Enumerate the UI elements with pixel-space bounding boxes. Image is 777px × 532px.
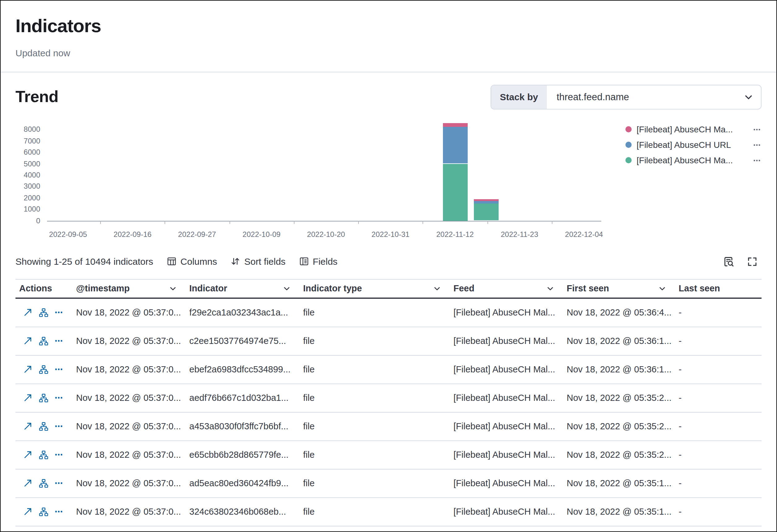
expand-row-button[interactable] xyxy=(23,365,32,374)
more-actions-button[interactable] xyxy=(55,423,63,430)
cell-first-seen[interactable]: Nov 18, 2022 @ 05:36:1... xyxy=(563,336,675,346)
cell-feed[interactable]: [Filebeat] AbuseCH Mal... xyxy=(450,450,563,460)
cell-indicator-type[interactable]: file xyxy=(300,450,450,460)
legend-actions-button[interactable] xyxy=(754,157,768,164)
more-actions-button[interactable] xyxy=(55,451,63,458)
investigate-in-timeline-button[interactable] xyxy=(39,450,48,459)
cell-timestamp[interactable]: Nov 18, 2022 @ 05:37:0... xyxy=(72,364,186,374)
cell-indicator[interactable]: ebef2a6983dfcc534899... xyxy=(186,364,300,374)
investigate-in-timeline-button[interactable] xyxy=(39,308,48,317)
cell-timestamp[interactable]: Nov 18, 2022 @ 05:37:0... xyxy=(72,307,186,317)
cell-indicator[interactable]: e65cbb6b28d865779fe... xyxy=(186,450,300,460)
cell-indicator-type[interactable]: file xyxy=(300,364,450,374)
more-actions-button[interactable] xyxy=(55,309,63,316)
cell-indicator[interactable]: a453a8030f0f3ffc7b6bf... xyxy=(186,421,300,431)
cell-timestamp[interactable]: Nov 18, 2022 @ 05:37:0... xyxy=(72,450,186,460)
investigate-in-timeline-button[interactable] xyxy=(39,393,48,402)
legend-item[interactable]: [Filebeat] AbuseCH URL xyxy=(626,137,768,152)
cell-first-seen[interactable]: Nov 18, 2022 @ 05:36:1... xyxy=(563,364,675,374)
bar-segment[interactable] xyxy=(443,126,467,164)
investigate-in-timeline-button[interactable] xyxy=(39,336,48,345)
bar-segment[interactable] xyxy=(443,123,467,126)
investigate-in-timeline-button[interactable] xyxy=(39,365,48,374)
more-actions-button[interactable] xyxy=(55,508,63,515)
cell-last-seen[interactable]: - xyxy=(675,393,762,403)
column-header-indicator[interactable]: Indicator xyxy=(186,279,300,297)
expand-row-button[interactable] xyxy=(23,507,32,516)
cell-first-seen[interactable]: Nov 18, 2022 @ 05:35:2... xyxy=(563,450,675,460)
legend-item[interactable]: [Filebeat] AbuseCH Ma... xyxy=(626,152,768,168)
more-actions-button[interactable] xyxy=(55,365,63,373)
legend-actions-button[interactable] xyxy=(754,141,768,148)
cell-indicator-type[interactable]: file xyxy=(300,478,450,488)
column-menu-chevron-icon[interactable] xyxy=(433,284,441,292)
cell-indicator-type[interactable]: file xyxy=(300,336,450,346)
cell-indicator[interactable]: c2ee15037764974e75... xyxy=(186,336,300,346)
cell-last-seen[interactable]: - xyxy=(675,478,762,488)
columns-button[interactable]: Columns xyxy=(167,256,217,267)
column-header-timestamp[interactable]: @timestamp xyxy=(72,279,186,297)
cell-feed[interactable]: [Filebeat] AbuseCH Mal... xyxy=(450,307,563,317)
cell-last-seen[interactable]: - xyxy=(675,421,762,431)
cell-timestamp[interactable]: Nov 18, 2022 @ 05:37:0... xyxy=(72,478,186,488)
expand-row-button[interactable] xyxy=(23,308,32,317)
cell-indicator-type[interactable]: file xyxy=(300,507,450,517)
cell-last-seen[interactable]: - xyxy=(675,307,762,317)
column-menu-chevron-icon[interactable] xyxy=(658,284,666,292)
expand-row-button[interactable] xyxy=(23,336,32,345)
cell-first-seen[interactable]: Nov 18, 2022 @ 05:36:4... xyxy=(563,307,675,317)
fields-button[interactable]: Fields xyxy=(299,256,337,267)
cell-timestamp[interactable]: Nov 18, 2022 @ 05:37:0... xyxy=(72,421,186,431)
column-header-indicator-type[interactable]: Indicator type xyxy=(300,279,450,297)
bar-segment[interactable] xyxy=(473,199,498,201)
cell-timestamp[interactable]: Nov 18, 2022 @ 05:37:0... xyxy=(72,393,186,403)
cell-feed[interactable]: [Filebeat] AbuseCH Mal... xyxy=(450,336,563,346)
cell-last-seen[interactable]: - xyxy=(675,336,762,346)
investigate-in-timeline-button[interactable] xyxy=(39,422,48,431)
cell-indicator[interactable]: aedf76b667c1d032ba1... xyxy=(186,393,300,403)
investigate-in-timeline-button[interactable] xyxy=(39,507,48,516)
cell-indicator-type[interactable]: file xyxy=(300,421,450,431)
cell-first-seen[interactable]: Nov 18, 2022 @ 05:35:2... xyxy=(563,421,675,431)
cell-feed[interactable]: [Filebeat] AbuseCH Mal... xyxy=(450,364,563,374)
column-menu-chevron-icon[interactable] xyxy=(546,284,554,292)
cell-last-seen[interactable]: - xyxy=(675,450,762,460)
more-actions-button[interactable] xyxy=(55,480,63,487)
fullscreen-button[interactable] xyxy=(743,252,762,271)
cell-first-seen[interactable]: Nov 18, 2022 @ 05:35:1... xyxy=(563,507,675,517)
column-menu-chevron-icon[interactable] xyxy=(283,284,291,292)
cell-feed[interactable]: [Filebeat] AbuseCH Mal... xyxy=(450,393,563,403)
sort-fields-button[interactable]: Sort fields xyxy=(231,256,286,267)
expand-row-button[interactable] xyxy=(23,450,32,459)
cell-indicator[interactable]: ad5eac80ed360424fb9... xyxy=(186,478,300,488)
cell-last-seen[interactable]: - xyxy=(675,364,762,374)
legend-actions-button[interactable] xyxy=(754,126,768,133)
cell-feed[interactable]: [Filebeat] AbuseCH Mal... xyxy=(450,507,563,517)
investigate-in-timeline-button[interactable] xyxy=(39,478,48,488)
bar-segment[interactable] xyxy=(473,204,498,221)
cell-feed[interactable]: [Filebeat] AbuseCH Mal... xyxy=(450,421,563,431)
cell-indicator-type[interactable]: file xyxy=(300,307,450,317)
cell-timestamp[interactable]: Nov 18, 2022 @ 05:37:0... xyxy=(72,507,186,517)
expand-row-button[interactable] xyxy=(23,394,32,402)
column-header-feed[interactable]: Feed xyxy=(450,279,563,297)
column-header-first-seen[interactable]: First seen xyxy=(563,279,675,297)
cell-first-seen[interactable]: Nov 18, 2022 @ 05:35:2... xyxy=(563,393,675,403)
column-menu-chevron-icon[interactable] xyxy=(169,284,177,292)
more-actions-button[interactable] xyxy=(55,394,63,402)
stack-by-select[interactable]: threat.feed.name xyxy=(547,85,761,109)
bar-segment[interactable] xyxy=(443,164,467,221)
inspect-button[interactable] xyxy=(719,252,738,271)
cell-feed[interactable]: [Filebeat] AbuseCH Mal... xyxy=(450,478,563,488)
cell-timestamp[interactable]: Nov 18, 2022 @ 05:37:0... xyxy=(72,336,186,346)
bar-segment[interactable] xyxy=(473,201,498,203)
cell-indicator[interactable]: f29e2ca1a032343ac1a... xyxy=(186,307,300,317)
cell-last-seen[interactable]: - xyxy=(675,507,762,517)
cell-indicator-type[interactable]: file xyxy=(300,393,450,403)
expand-row-button[interactable] xyxy=(23,479,32,488)
cell-first-seen[interactable]: Nov 18, 2022 @ 05:35:1... xyxy=(563,478,675,488)
expand-row-button[interactable] xyxy=(23,422,32,431)
legend-item[interactable]: [Filebeat] AbuseCH Ma... xyxy=(626,122,768,137)
cell-indicator[interactable]: 324c63802346b068eb... xyxy=(186,507,300,517)
more-actions-button[interactable] xyxy=(55,337,63,344)
